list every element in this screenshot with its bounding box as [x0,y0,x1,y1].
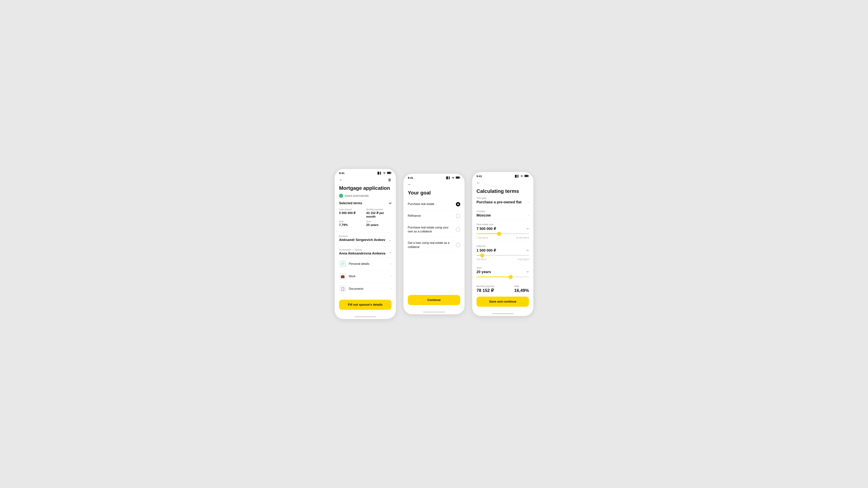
rate-label: Rate [339,220,364,223]
continue-button[interactable]: Continue [408,295,460,305]
calc-field-goal: Your goal Purchase a pre-owned flat › [476,197,529,206]
status-icons-3: ▐▌▌ [514,174,529,178]
real-estate-cost-value: 7 500 000 ₽ [476,226,496,231]
phone-content-1: ← 🗑 Mortgage application ✓ Saved automat… [335,175,396,314]
calc-term-edit-icon[interactable]: ✏ [527,270,529,274]
term-slider[interactable] [476,276,529,277]
documents-chevron: › [391,287,392,291]
filter-icon[interactable]: ⇌ [389,201,392,205]
goal-option-2[interactable]: Refinance [408,210,460,222]
rate-display-label: Rate [514,285,529,288]
goal-option-3[interactable]: Purchase real estate using your own as a… [408,222,460,237]
phone-your-goal: 9:41 ▐▌▌ ← Your goal Purchase real estat… [403,173,465,315]
signal-icon-1: ▐▌▌ [377,172,382,174]
fill-spouse-button[interactable]: Fill out spouse's details [339,300,392,310]
saved-badge: ✓ Saved automatically [339,194,392,198]
delete-button-1[interactable]: 🗑 [388,178,392,182]
calc-field-location: Location Moscow › [476,210,529,220]
loan-amount-label: Loan amount [339,208,364,211]
work-icon-wrap: 💼 [339,273,346,280]
documents-icon-wrap: 📋 [339,285,346,292]
initial-fee-slider[interactable] [476,255,529,256]
coborrower-section: Co-borrower — Spouse Anna Aleksandrovna … [339,249,392,295]
real-estate-slider[interactable] [476,233,529,234]
personal-details-check-icon: ✓ [342,262,344,265]
term-fill [476,276,511,277]
page-title-1: Mortgage application [339,185,392,191]
calc-field-initial-fee: Initial fee 1 500 000 ₽ ✏ 700 000 ₽ 7 50… [476,245,529,263]
borrower-section: Borrower Aleksandr Sergeevich Avdeev ⌄ [339,235,392,242]
documents-label: Documents [349,287,364,290]
initial-fee-thumb[interactable] [480,254,484,257]
real-estate-max: 26 000 000 ₽ [516,236,529,239]
monthly-payment-label: Monthly payment [366,208,392,211]
home-indicator-3 [492,313,514,314]
term-value: 20 years [366,223,378,227]
battery-icon-1 [387,171,392,174]
monthly-payment-item: Monthly payment 43 152 ₽ per month [366,208,392,219]
svg-rect-8 [529,175,529,176]
personal-details-label: Personal details [349,262,369,265]
real-estate-cost-label: Real estate cost [476,223,529,226]
page-title-2: Your goal [408,190,460,196]
real-estate-min: 1 500 000 ₽ [476,236,488,239]
monthly-payment-value: 43 152 ₽ per month [366,211,384,218]
radio-2 [456,214,460,218]
status-icons-1: ▐▌▌ [377,171,392,174]
initial-fee-edit-icon[interactable]: ✏ [527,249,529,252]
real-estate-thumb[interactable] [497,232,501,235]
real-estate-track [476,233,529,234]
goal-option-2-text: Refinance [408,214,456,218]
svg-rect-4 [456,177,459,178]
home-indicator-2 [423,312,445,313]
nav-bar-2: ← [408,182,460,187]
real-estate-range: 1 500 000 ₽ 26 000 000 ₽ [476,236,529,239]
location-divider [476,219,529,220]
personal-details-icon-wrap: ✓ [339,260,346,267]
save-continue-button[interactable]: Save and continue [476,297,529,307]
real-estate-edit-icon[interactable]: ✏ [527,227,529,230]
payment-row: Monthly payment 78 152 ₽ Rate 16,49% [476,285,529,293]
monthly-payment-display-value: 78 152 ₽ [476,288,494,293]
calc-goal-label: Your goal [476,197,529,199]
real-estate-divider [476,241,529,241]
goal-options-list: Purchase real estate Refinance Purchase … [408,198,460,253]
sub-item-documents[interactable]: 📋 Documents › [339,283,392,295]
work-chevron: › [391,274,392,278]
phones-container: 9:41 ▐▌▌ ← 🗑 Mortgage application ✓ Save… [335,169,533,319]
initial-fee-min: 700 000 ₽ [476,258,487,261]
calc-location-row: Moscow › [476,213,529,218]
back-button-2[interactable]: ← [408,182,412,187]
calc-goal-chevron[interactable]: › [528,200,529,204]
sub-items-list: ✓ Personal details › 💼 Work [339,258,392,295]
calc-location-chevron[interactable]: › [528,214,529,217]
phone-content-2: ← Your goal Purchase real estate Refinan… [403,180,465,310]
wifi-icon-2 [452,176,455,179]
sub-item-personal-details[interactable]: ✓ Personal details › [339,258,392,270]
status-bar-1: 9:41 ▐▌▌ [335,169,396,175]
terms-grid: Loan amount 5 000 000 ₽ Monthly payment … [339,208,392,227]
back-button-3[interactable]: ← [476,181,480,185]
svg-rect-1 [388,172,391,174]
calc-term-value: 20 years [476,270,491,274]
radio-3 [456,227,460,232]
coborrower-chevron-icon[interactable]: ⌄ [389,252,392,256]
borrower-chevron-icon[interactable]: ⌄ [389,238,392,242]
back-button-1[interactable]: ← [339,177,343,182]
sub-item-work[interactable]: 💼 Work › [339,270,392,283]
calc-location-value: Moscow [476,213,491,218]
initial-fee-row: 1 500 000 ₽ ✏ [476,248,529,253]
calc-location-label: Location [476,210,529,213]
selected-terms-title: Selected terms [339,201,362,205]
phone-calculating-terms: 9:41 ▐▌▌ ← Calculating terms Your goal P [472,172,533,316]
loan-amount-value: 5 000 000 ₽ [339,211,355,215]
goal-option-1[interactable]: Purchase real estate [408,198,460,210]
page-title-3: Calculating terms [476,188,529,194]
term-track [476,276,529,277]
signal-icon-2: ▐▌▌ [445,176,451,179]
term-thumb[interactable] [509,275,513,279]
svg-rect-2 [391,173,392,173]
goal-option-4[interactable]: Get a loan using real estate as a collat… [408,237,460,253]
calc-field-real-estate: Real estate cost 7 500 000 ₽ ✏ 1 500 000… [476,223,529,241]
rate-item: Rate 7,79% [339,220,364,227]
